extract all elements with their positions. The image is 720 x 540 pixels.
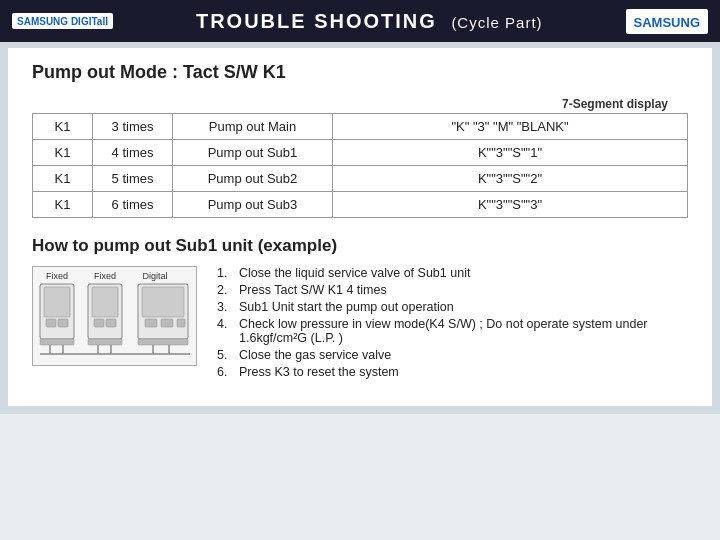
list-item: 5.Close the gas service valve (217, 348, 688, 362)
svg-rect-18 (142, 287, 184, 317)
table-cell-1-2: Pump out Sub1 (173, 140, 333, 166)
svg-rect-4 (44, 287, 70, 317)
step-number: 6. (217, 365, 233, 379)
table-row: K14 timesPump out Sub1K""3""S""1" (33, 140, 688, 166)
table-cell-0-2: Pump out Main (173, 114, 333, 140)
step-text: Press K3 to reset the system (239, 365, 399, 379)
step-number: 3. (217, 300, 233, 314)
samsung-logo-left: SAMSUNG DIGITall (12, 13, 113, 29)
table-cell-3-2: Pump out Sub3 (173, 192, 333, 218)
step-text: Check low pressure in view mode(K4 S/W) … (239, 317, 688, 345)
table-cell-1-1: 4 times (93, 140, 173, 166)
step-text: Press Tact S/W K1 4 times (239, 283, 387, 297)
table-cell-3-1: 6 times (93, 192, 173, 218)
svg-rect-19 (145, 319, 157, 327)
svg-text:Fixed: Fixed (93, 271, 115, 281)
list-item: 6.Press K3 to reset the system (217, 365, 688, 379)
svg-rect-21 (177, 319, 185, 327)
table-cell-2-1: 5 times (93, 166, 173, 192)
svg-rect-11 (92, 287, 118, 317)
step-number: 1. (217, 266, 233, 280)
step-text: Close the liquid service valve of Sub1 u… (239, 266, 470, 280)
table-row: K15 timesPump out Sub2K""3""S""2" (33, 166, 688, 192)
svg-rect-6 (58, 319, 68, 327)
list-item: 3.Sub1 Unit start the pump out operation (217, 300, 688, 314)
svg-rect-22 (138, 339, 188, 345)
step-text: Sub1 Unit start the pump out operation (239, 300, 454, 314)
inner-content: Pump out Mode : Tact S/W K1 7-Segment di… (8, 48, 712, 406)
segment-display-label: 7-Segment display (562, 97, 688, 111)
step-number: 5. (217, 348, 233, 362)
step-number: 4. (217, 317, 233, 345)
svg-rect-20 (161, 319, 173, 327)
diagram-area: Fixed Fixed Digital (32, 266, 688, 382)
table-row: K13 timesPump out Main"K" "3" "M" "BLANK… (33, 114, 688, 140)
table-cell-2-0: K1 (33, 166, 93, 192)
outer-bg: Pump out Mode : Tact S/W K1 7-Segment di… (0, 42, 720, 414)
step-number: 2. (217, 283, 233, 297)
steps-list: 1.Close the liquid service valve of Sub1… (217, 266, 688, 379)
samsung-logo-right: SAMSUNG (626, 9, 708, 34)
table-cell-0-3: "K" "3" "M" "BLANK" (333, 114, 688, 140)
svg-rect-12 (94, 319, 104, 327)
svg-rect-7 (40, 339, 74, 345)
table-cell-1-0: K1 (33, 140, 93, 166)
header-title: TROUBLE SHOOTING (Cycle Part) (113, 10, 626, 33)
svg-rect-5 (46, 319, 56, 327)
table-cell-0-0: K1 (33, 114, 93, 140)
diagram-svg: Fixed Fixed Digital (35, 269, 195, 364)
table-cell-2-3: K""3""S""2" (333, 166, 688, 192)
step-text: Close the gas service valve (239, 348, 391, 362)
svg-text:Fixed: Fixed (45, 271, 67, 281)
table-cell-3-0: K1 (33, 192, 93, 218)
table-row: K16 timesPump out Sub3K""3""S""3" (33, 192, 688, 218)
list-item: 2.Press Tact S/W K1 4 times (217, 283, 688, 297)
table-cell-0-1: 3 times (93, 114, 173, 140)
logo-left-container: SAMSUNG DIGITall (12, 13, 113, 29)
section-heading: How to pump out Sub1 unit (example) (32, 236, 688, 256)
page-title: Pump out Mode : Tact S/W K1 (32, 62, 688, 83)
segment-label-row: 7-Segment display (32, 97, 688, 111)
svg-rect-13 (106, 319, 116, 327)
page-wrapper: SAMSUNG DIGITall TROUBLE SHOOTING (Cycle… (0, 0, 720, 540)
table-cell-3-3: K""3""S""3" (333, 192, 688, 218)
list-item: 1.Close the liquid service valve of Sub1… (217, 266, 688, 280)
steps-container: 1.Close the liquid service valve of Sub1… (217, 266, 688, 382)
svg-text:Digital: Digital (142, 271, 167, 281)
table-cell-2-2: Pump out Sub2 (173, 166, 333, 192)
table-cell-1-3: K""3""S""1" (333, 140, 688, 166)
diagram-box: Fixed Fixed Digital (32, 266, 197, 366)
main-table: K13 timesPump out Main"K" "3" "M" "BLANK… (32, 113, 688, 218)
svg-rect-14 (88, 339, 122, 345)
header: SAMSUNG DIGITall TROUBLE SHOOTING (Cycle… (0, 0, 720, 42)
list-item: 4.Check low pressure in view mode(K4 S/W… (217, 317, 688, 345)
